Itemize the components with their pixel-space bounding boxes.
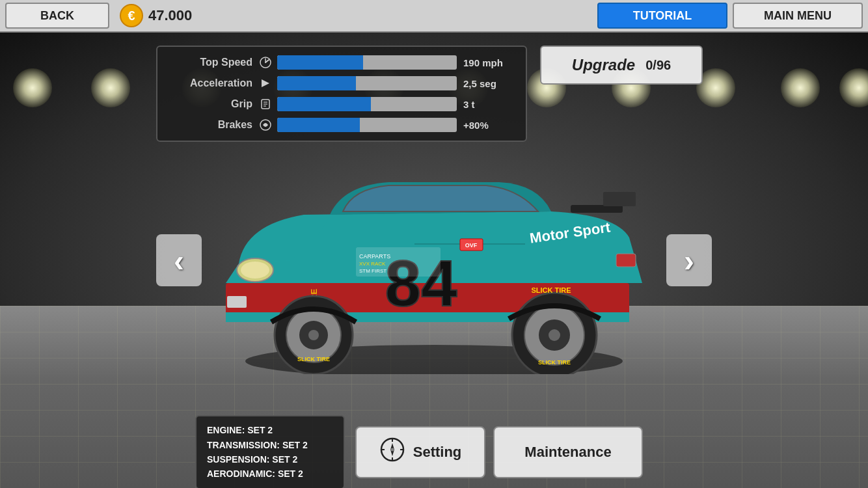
- stat-value: 2,5 seg: [463, 78, 515, 89]
- svg-rect-12: [603, 192, 636, 206]
- svg-rect-24: [616, 254, 636, 267]
- stat-row-grip: Grip3 t: [168, 96, 515, 112]
- coin-amount: 47.000: [148, 7, 213, 24]
- svg-marker-3: [262, 79, 269, 87]
- bottom-bar: ENGINE: SET 2 TRANSMISSION: SET 2 SUSPEN…: [0, 416, 868, 488]
- back-button[interactable]: BACK: [5, 3, 109, 29]
- svg-point-28: [308, 330, 319, 340]
- top-bar: BACK € 47.000 TUTORIAL MAIN MENU: [0, 0, 868, 33]
- svg-point-33: [549, 329, 560, 341]
- stat-value: 190 mph: [463, 57, 515, 68]
- upgrade-value: 0/96: [645, 58, 671, 73]
- aerodinamic-label: AERODINAMIC:: [207, 468, 275, 479]
- main-area: Top Speed190 mphAcceleration2,5 segGrip3…: [0, 33, 868, 488]
- suspension-line: SUSPENSION: SET 2: [207, 452, 333, 467]
- svg-point-45: [390, 448, 394, 451]
- stat-icon: [258, 75, 273, 91]
- stat-bar-fill: [277, 76, 356, 90]
- stat-bar-background: [277, 55, 457, 70]
- setting-button[interactable]: Setting: [355, 426, 485, 478]
- main-menu-button[interactable]: MAIN MENU: [733, 3, 863, 29]
- stadium-light-9: [781, 68, 820, 107]
- stat-bar-background: [277, 76, 457, 90]
- svg-text:SLICK TIRE: SLICK TIRE: [538, 359, 571, 366]
- transmission-label: TRANSMISSION:: [207, 440, 280, 450]
- stat-label: Grip: [168, 98, 252, 110]
- suspension-label: SUSPENSION:: [207, 454, 269, 465]
- engine-value: SET 2: [247, 425, 273, 435]
- stadium-light-1: [91, 68, 130, 107]
- upgrade-panel: Upgrade 0/96: [540, 46, 703, 85]
- aerodinamic-line: AERODINAMIC: SET 2: [207, 467, 333, 481]
- svg-text:SLICK TIRE: SLICK TIRE: [297, 356, 330, 362]
- svg-text:SLICK TIRE: SLICK TIRE: [531, 286, 571, 294]
- svg-text:XVX RACK: XVX RACK: [359, 261, 386, 267]
- stat-label: Top Speed: [168, 57, 252, 68]
- settings-info-panel: ENGINE: SET 2 TRANSMISSION: SET 2 SUSPEN…: [195, 415, 345, 488]
- maintenance-button-label: Maintenance: [524, 444, 611, 461]
- coin-icon: €: [120, 4, 143, 27]
- arrow-right-button[interactable]: ›: [666, 234, 712, 286]
- aerodinamic-value: SET 2: [278, 468, 303, 479]
- stat-icon: [258, 55, 273, 70]
- svg-point-23: [241, 262, 269, 278]
- car-container: 84 Motor Sport SLICK TIRE CARPARTS XVX R…: [156, 111, 712, 410]
- compass-icon: [379, 437, 405, 468]
- setting-button-label: Setting: [413, 444, 462, 461]
- svg-text:STM FIRST: STM FIRST: [359, 268, 387, 274]
- svg-text:OVF: OVF: [465, 242, 478, 249]
- stat-bar-fill: [277, 55, 363, 70]
- stat-row-top-speed: Top Speed190 mph: [168, 55, 515, 70]
- car-image: 84 Motor Sport SLICK TIRE CARPARTS XVX R…: [187, 146, 681, 374]
- stat-bar-fill: [277, 97, 371, 111]
- engine-label: ENGINE:: [207, 425, 245, 435]
- stat-value: 3 t: [463, 99, 515, 110]
- maintenance-button[interactable]: Maintenance: [493, 426, 643, 478]
- transmission-value: SET 2: [282, 440, 308, 450]
- stat-icon: [258, 96, 273, 112]
- stat-row-acceleration: Acceleration2,5 seg: [168, 75, 515, 91]
- upgrade-label: Upgrade: [572, 56, 635, 74]
- engine-line: ENGINE: SET 2: [207, 423, 333, 437]
- stat-label: Acceleration: [168, 77, 252, 89]
- stat-bar-background: [277, 97, 457, 111]
- svg-text:CARPARTS: CARPARTS: [359, 253, 390, 260]
- stadium-light-10: [839, 68, 868, 107]
- stadium-light-0: [13, 68, 52, 107]
- tutorial-button[interactable]: TUTORIAL: [597, 3, 727, 29]
- suspension-value: SET 2: [272, 454, 297, 465]
- arrow-left-button[interactable]: ‹: [156, 234, 202, 286]
- svg-rect-37: [227, 296, 247, 308]
- transmission-line: TRANSMISSION: SET 2: [207, 438, 333, 452]
